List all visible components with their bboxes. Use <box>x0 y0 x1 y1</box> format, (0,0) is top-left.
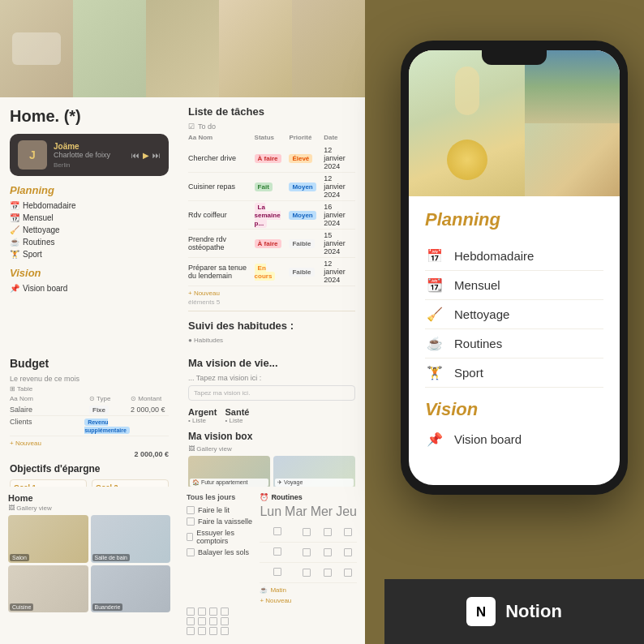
matin-item: ☕ Matin <box>260 586 357 594</box>
table-row[interactable]: Clients Revenu supplémentaire <box>10 416 169 436</box>
planning-mensuel[interactable]: 📆 Mensuel <box>10 212 169 224</box>
table-row[interactable]: Cuisiner repas Fait Moyen 12 janvier 202… <box>188 173 355 201</box>
vision-board-icon: 📌 <box>10 284 19 293</box>
music-controls[interactable]: ⏮ ▶ ⏭ <box>131 151 161 160</box>
matin-icon: ☕ <box>260 586 268 594</box>
task-table-header: Aa Nom Status Priorité Date <box>188 134 355 141</box>
checkbox[interactable] <box>187 533 193 541</box>
checkbox[interactable] <box>324 528 332 536</box>
table-row[interactable]: Chercher drive À faire Élevé 12 janvier … <box>188 144 355 173</box>
col-priorite: Priorité <box>289 134 320 141</box>
add-income-button[interactable]: + Nouveau <box>10 440 169 447</box>
habits-title: Suivi des habitudes : <box>188 320 355 332</box>
checkbox[interactable] <box>324 569 332 577</box>
gallery-item-appartement: 🏠 Futur appartement <box>188 456 270 487</box>
budget-header: Aa Nom ⊙ Type ⊙ Montant <box>10 395 169 402</box>
checkbox[interactable] <box>198 617 206 625</box>
checkbox[interactable] <box>221 617 229 625</box>
notion-brand-name: Notion <box>505 601 562 622</box>
phone-sport-icon: 🏋 <box>425 365 444 380</box>
checkbox-icon: ☑ <box>188 122 195 131</box>
planning-hebdomadaire[interactable]: 📅 Hebdomadaire <box>10 200 169 212</box>
checkbox[interactable] <box>187 506 195 514</box>
checkbox[interactable] <box>273 547 281 556</box>
checkbox[interactable] <box>187 627 195 635</box>
phone-vision-title: Vision <box>425 399 603 420</box>
table-row[interactable]: Salaire Fixe 2 000,00 € <box>10 404 169 416</box>
checkbox[interactable] <box>209 608 217 616</box>
add-task-button[interactable]: + Nouveau <box>188 290 355 297</box>
checkbox[interactable] <box>303 528 311 536</box>
phone-planning-mensuel[interactable]: 📆 Mensuel <box>425 271 603 300</box>
routines-icon: ☕ <box>10 238 19 247</box>
table-row[interactable]: Prendre rdv ostéopathe À faire Faible 15… <box>188 230 355 258</box>
vision-board-link[interactable]: 📌 Vision board <box>10 282 169 294</box>
phone-img-book <box>525 123 620 196</box>
buanderie-caption: Buanderie <box>92 603 123 611</box>
phone-img-right <box>525 50 620 196</box>
checkbox[interactable] <box>344 569 352 577</box>
home-gallery-grid: Salon Salle de bain Cuisine Buanderie <box>8 515 170 612</box>
checkbox[interactable] <box>198 627 206 635</box>
checkbox[interactable] <box>273 527 281 535</box>
checkbox[interactable] <box>198 608 206 616</box>
vision-input[interactable]: Tapez ma vision ici. <box>188 385 355 401</box>
checkbox[interactable] <box>187 608 195 616</box>
routines-header-area: Tous les jours Faire le lit Faire la vai… <box>187 493 357 604</box>
phone-planning-routines[interactable]: ☕ Routines <box>425 329 603 358</box>
checkbox[interactable] <box>187 548 195 556</box>
phone-planning-nettoyage[interactable]: 🧹 Nettoyage <box>425 300 603 329</box>
add-routines-button[interactable]: + Nouveau <box>260 597 357 604</box>
nettoyage-label: Nettoyage <box>23 225 60 234</box>
vision-section-title: Vision <box>10 267 169 279</box>
play-icon[interactable]: ▶ <box>143 151 149 160</box>
checkbox[interactable] <box>187 617 195 625</box>
todo-label: ☑ To do <box>188 122 355 131</box>
checkbox[interactable] <box>344 548 352 556</box>
checkbox[interactable] <box>303 548 311 556</box>
routines-col-header: Lun Mar Mer Jeu <box>260 504 357 519</box>
table-row[interactable]: Préparer sa tenue du lendemain En cours … <box>188 258 355 286</box>
planning-routines[interactable]: ☕ Routines <box>10 236 169 248</box>
planning-nettoyage[interactable]: 🧹 Nettoyage <box>10 224 169 236</box>
task-priority: Moyen <box>289 211 320 219</box>
sport-label: Sport <box>23 250 42 259</box>
planning-section: Planning 📅 Hebdomadaire 📆 Mensuel 🧹 Nett… <box>10 184 169 294</box>
phone-content: Planning 📅 Hebdomadaire 📆 Mensuel 🧹 Nett… <box>409 50 620 485</box>
income-title: Le revenu de ce mois <box>10 375 169 383</box>
budget-amount: 2 000,00 € <box>131 406 169 414</box>
planning-sport[interactable]: 🏋 Sport <box>10 248 169 260</box>
checkbox[interactable] <box>209 617 217 625</box>
next-icon[interactable]: ⏭ <box>152 151 161 160</box>
notion-logo: N <box>466 597 496 626</box>
task-priority: Faible <box>289 268 320 276</box>
phone-planning-sport[interactable]: 🏋 Sport <box>425 358 603 388</box>
checkbox[interactable] <box>344 528 352 536</box>
cuisine-caption: Cuisine <box>10 603 33 611</box>
table-row[interactable]: Rdv coiffeur La semaine p... Moyen 16 ja… <box>188 201 355 230</box>
matin-label: Matin <box>270 586 286 594</box>
music-info: Joäme Charlotte de foixy Berlin <box>54 142 125 169</box>
checkbox[interactable] <box>221 608 229 616</box>
checkbox[interactable] <box>209 627 217 635</box>
music-player[interactable]: J Joäme Charlotte de foixy Berlin ⏮ ▶ ⏭ <box>10 134 169 176</box>
savings-title: Objectifs d'épargne <box>10 463 169 474</box>
prev-icon[interactable]: ⏮ <box>131 151 140 160</box>
home-title: Home. (*) <box>10 107 169 126</box>
list-item[interactable]: Balayer les sols <box>187 547 253 558</box>
list-item[interactable]: Faire la vaisselle <box>187 516 253 527</box>
phone-planning-hebdomadaire[interactable]: 📅 Hebdomadaire <box>425 242 603 271</box>
table-row <box>260 563 357 583</box>
gallery-caption-voyage: ✈ Voyage <box>275 479 354 487</box>
checkbox[interactable] <box>303 569 311 577</box>
list-item[interactable]: Essuyer les comptoirs <box>187 527 253 547</box>
checkbox[interactable] <box>324 548 332 556</box>
gallery-item-salon: Salon <box>8 515 88 563</box>
home-gallery-title: Home <box>8 493 170 503</box>
list-item[interactable]: Faire le lit <box>187 504 253 516</box>
phone-vision-board[interactable]: 📌 Vision board <box>425 427 603 452</box>
notion-bar: N Notion <box>384 579 644 644</box>
checkbox[interactable] <box>221 627 229 635</box>
checkbox[interactable] <box>273 568 281 576</box>
checkbox[interactable] <box>187 517 195 526</box>
